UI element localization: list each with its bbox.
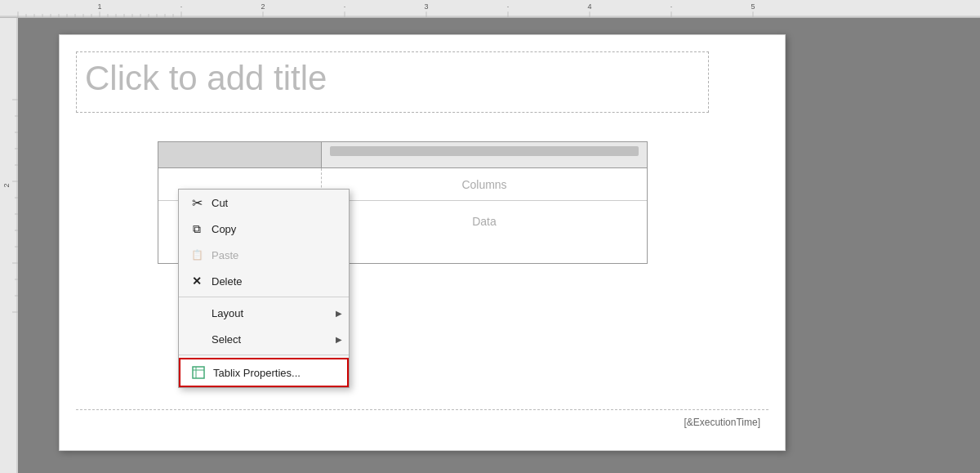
tablix-header-row (158, 142, 647, 168)
svg-text:·: · (344, 3, 346, 11)
menu-item-tablix-properties[interactable]: Tablix Properties... (179, 358, 349, 387)
execution-time: [&ExecutionTime] (684, 417, 760, 428)
menu-label-select: Select (212, 333, 339, 346)
svg-text:·: · (507, 3, 510, 11)
svg-rect-39 (0, 18, 18, 473)
title-area[interactable]: Click to add title (76, 51, 709, 113)
ruler-top: 1 · 2 · 3 · 4 · 5 (0, 0, 980, 18)
tablix-corner (158, 142, 322, 167)
svg-text:4: 4 (587, 3, 591, 11)
report-canvas: Click to add title Columns (59, 34, 786, 451)
menu-label-tablix-properties: Tablix Properties... (213, 367, 337, 379)
svg-text:2: 2 (261, 3, 265, 11)
menu-item-layout[interactable]: Layout ▶ (179, 300, 349, 326)
svg-text:·: · (180, 3, 183, 11)
tablix-icon (190, 364, 207, 381)
cut-icon: ✂ (189, 194, 205, 211)
svg-text:5: 5 (751, 3, 755, 11)
select-submenu-arrow: ▶ (336, 335, 342, 344)
select-icon (189, 331, 205, 347)
menu-label-cut: Cut (212, 197, 339, 209)
svg-text:3: 3 (424, 3, 428, 11)
design-surface: Click to add title Columns (18, 18, 980, 473)
svg-rect-56 (193, 367, 204, 378)
tablix-header-bar (330, 146, 639, 156)
copy-icon: ⧉ (189, 221, 205, 237)
menu-item-paste[interactable]: 📋 Paste (179, 242, 349, 268)
svg-rect-0 (0, 0, 980, 17)
paste-icon: 📋 (189, 247, 205, 263)
menu-label-copy: Copy (212, 223, 339, 235)
layout-icon (189, 305, 205, 321)
context-menu: ✂ Cut ⧉ Copy 📋 Paste ✕ Delete (178, 189, 350, 388)
tablix-header-right (322, 142, 647, 167)
menu-item-copy[interactable]: ⧉ Copy (179, 216, 349, 242)
layout-submenu-arrow: ▶ (336, 309, 342, 318)
footer-area: [&ExecutionTime] (76, 409, 768, 434)
menu-label-layout: Layout (212, 307, 339, 319)
tablix-columns-cell: Columns (322, 168, 647, 200)
menu-label-paste: Paste (212, 249, 339, 261)
menu-item-delete[interactable]: ✕ Delete (179, 268, 349, 294)
svg-text:2: 2 (2, 183, 11, 187)
ruler-left: 2 (0, 18, 18, 473)
svg-text:1: 1 (97, 3, 101, 11)
menu-label-delete: Delete (212, 275, 339, 288)
tablix-data-cell: Data (322, 201, 647, 242)
menu-separator-1 (179, 297, 349, 297)
svg-text:·: · (670, 3, 673, 11)
delete-icon: ✕ (189, 273, 205, 289)
title-placeholder: Click to add title (77, 52, 708, 105)
menu-item-select[interactable]: Select ▶ (179, 326, 349, 352)
menu-separator-2 (179, 355, 349, 355)
menu-item-cut[interactable]: ✂ Cut (179, 190, 349, 216)
